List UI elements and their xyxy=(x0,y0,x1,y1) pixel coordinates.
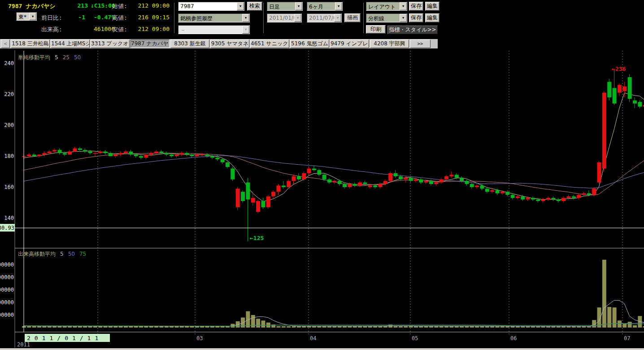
candle-up xyxy=(404,178,408,179)
candle-down xyxy=(399,176,403,179)
candle-up xyxy=(302,173,306,179)
chart-area[interactable]: 0203040506072402202001801601402500000200… xyxy=(0,49,644,350)
symbol-combo-value: 7987 xyxy=(178,2,237,10)
tab-5196[interactable]: 5196 鬼怒ゴム xyxy=(290,39,329,48)
tab-4208[interactable]: 4208 宇部興 xyxy=(370,39,409,48)
candle-down xyxy=(317,170,321,175)
indicator-style-button[interactable]: 指標・スタイル>> xyxy=(387,26,438,34)
candle-down xyxy=(419,179,423,183)
print-button[interactable]: 印刷 xyxy=(366,25,386,34)
candle-down xyxy=(210,156,214,158)
span-combo[interactable]: 6ヶ月 ▼ xyxy=(307,2,343,11)
analysis-line-combo[interactable]: 分析線 ▼ xyxy=(366,13,407,22)
crosshair-date-label: 2011/01/11 xyxy=(27,335,102,341)
candle-down xyxy=(88,152,92,153)
volume-bar xyxy=(277,326,281,328)
price-tick-label: 220 xyxy=(4,91,14,97)
candle-down xyxy=(505,192,509,195)
ref-history-combo[interactable]: 銘柄参照履歴 ▼ xyxy=(178,13,250,22)
chevron-down-icon[interactable]: ▼ xyxy=(29,13,36,20)
divider xyxy=(174,3,174,33)
layout-combo[interactable]: レイアウト ▼ xyxy=(366,2,407,11)
layout-save-button[interactable]: 保存 xyxy=(409,2,423,11)
tabs-scroll-left-button[interactable]: < xyxy=(1,39,10,48)
candle-down xyxy=(638,102,642,106)
tab-3313[interactable]: 3313 ブックオフ xyxy=(91,39,130,48)
candle-up xyxy=(119,153,123,154)
candle-down xyxy=(470,184,474,187)
candle-up xyxy=(287,181,291,187)
layout-edit-button[interactable]: 編集 xyxy=(425,2,439,11)
candle-down xyxy=(57,150,61,153)
open-label: 始値: xyxy=(112,2,127,10)
draw-button[interactable]: 描画 xyxy=(344,13,361,22)
candle-up xyxy=(68,152,72,155)
candle-up xyxy=(175,155,179,156)
period-combo[interactable]: 日足 ▼ xyxy=(267,2,303,11)
candle-up xyxy=(37,155,41,156)
analysis-save-button[interactable]: 保存 xyxy=(409,13,423,22)
chevron-down-icon[interactable]: ▼ xyxy=(400,2,407,10)
symbol-combo[interactable]: 7987 ▼ xyxy=(178,2,244,11)
candle-down xyxy=(104,152,108,153)
price-tick-label: 200 xyxy=(4,122,14,128)
candle-up xyxy=(200,155,204,156)
chevron-down-icon[interactable]: ▼ xyxy=(335,2,342,10)
volume-bar xyxy=(399,326,403,328)
legend-period: 50 xyxy=(68,251,75,257)
price-tick-label: 240 xyxy=(4,60,14,66)
ma-line xyxy=(24,156,644,188)
volume-value: 461000 xyxy=(87,26,115,32)
tab-1518[interactable]: 1518 三井松島 xyxy=(11,39,50,48)
candle-up xyxy=(42,153,46,154)
candle-up xyxy=(266,197,270,207)
tabs-more-button[interactable]: >> xyxy=(410,39,431,48)
chevron-down-icon[interactable]: ▼ xyxy=(295,2,302,10)
market-combo[interactable]: 東* ▼ xyxy=(16,12,37,21)
x-axis-month-label: 05 xyxy=(412,335,418,341)
x-axis-month-label: 03 xyxy=(196,335,203,341)
date-to-combo[interactable]: 2011/07/07 ▼ xyxy=(307,13,342,22)
prev-diff-label: 前日比: xyxy=(41,14,62,22)
volume-bar xyxy=(602,260,606,328)
candle-down xyxy=(394,173,398,176)
period-combo-value: 日足 xyxy=(267,2,295,10)
tab-9479[interactable]: 9479 インプレス xyxy=(330,39,369,48)
candle-up xyxy=(52,150,57,151)
candle-up xyxy=(251,198,255,202)
candle-down xyxy=(139,156,143,158)
volume-bar xyxy=(261,320,265,328)
volume-bar xyxy=(394,326,398,328)
candle-down xyxy=(226,162,230,167)
market-combo-value: 東* xyxy=(17,13,29,20)
chevron-down-icon[interactable]: ▼ xyxy=(237,2,244,10)
candle-up xyxy=(307,169,311,173)
date-from-combo[interactable]: 2011/01/07 ▼ xyxy=(267,13,302,22)
chevron-down-icon[interactable]: ▼ xyxy=(242,14,249,22)
candle-down xyxy=(185,153,189,154)
tab-7987-selected[interactable]: 7987 ナカバヤシ xyxy=(131,39,170,48)
search-button[interactable]: 検索 xyxy=(247,2,262,11)
candle-up xyxy=(541,200,545,201)
analysis-edit-button[interactable]: 編集 xyxy=(425,13,439,22)
candle-down xyxy=(215,158,219,159)
open-value: 212 09:00 xyxy=(135,2,170,9)
tab-1544[interactable]: 1544 上場MSジ xyxy=(51,39,90,48)
tab-9305[interactable]: 9305 ヤマタネ xyxy=(210,39,249,48)
candle-up xyxy=(383,181,387,184)
tab-4651[interactable]: 4651 サニックス xyxy=(250,39,289,48)
price-annotation: ←125 xyxy=(250,235,264,241)
candle-down xyxy=(587,193,591,195)
date-to-value: 2011/07/07 xyxy=(307,14,334,22)
candle-up xyxy=(388,173,392,181)
chevron-down-icon[interactable]: ▼ xyxy=(400,14,407,22)
candle-down xyxy=(205,155,209,156)
stock-code-name: 7987 ナカバヤシ xyxy=(8,2,56,10)
tab-8303[interactable]: 8303 新生銀 xyxy=(170,39,209,48)
x-axis-month-label: 07 xyxy=(624,335,630,341)
candle-down xyxy=(327,179,331,183)
price-tick-label: 140 xyxy=(4,215,14,221)
empty-combo[interactable]: － ▼ xyxy=(178,25,250,34)
candlestick-chart[interactable]: 0203040506072402202001801601402500000200… xyxy=(0,49,644,350)
volume-bar xyxy=(613,307,617,328)
